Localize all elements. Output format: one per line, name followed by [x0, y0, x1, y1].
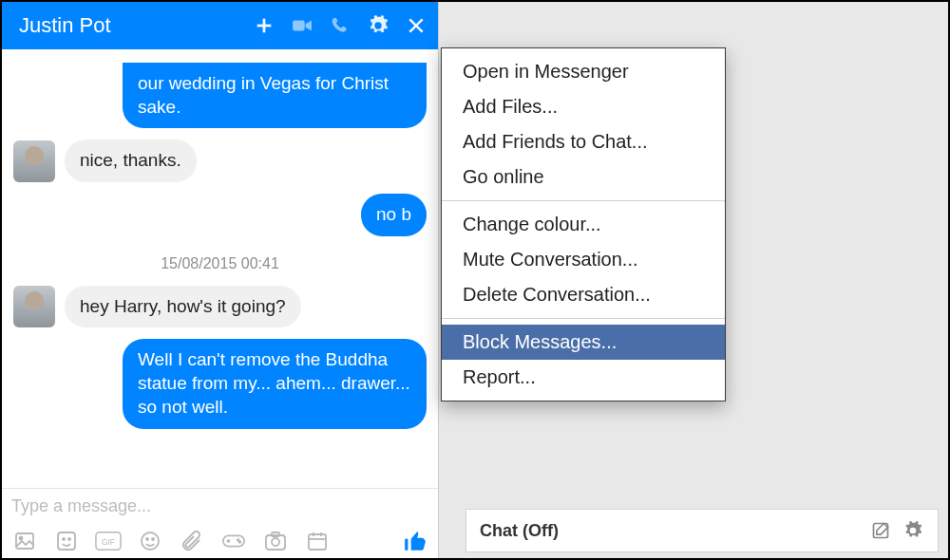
emoji-icon[interactable] [137, 528, 163, 554]
menu-go-online[interactable]: Go online [442, 159, 725, 195]
message-bubble[interactable]: hey Harry, how's it going? [65, 286, 301, 328]
like-icon[interactable] [402, 528, 428, 554]
message-bubble[interactable]: Well I can't remove the Buddha statue fr… [123, 339, 427, 428]
header-icons [254, 15, 427, 36]
message-bubble[interactable]: no b [361, 194, 427, 236]
composer-icons: GIF [2, 520, 438, 558]
add-icon[interactable] [254, 15, 275, 36]
gear-icon[interactable] [368, 15, 389, 36]
calendar-icon[interactable] [304, 528, 331, 554]
video-call-icon[interactable] [292, 15, 313, 36]
menu-block[interactable]: Block Messages... [442, 325, 725, 360]
svg-marker-3 [306, 21, 312, 31]
gear-icon[interactable] [902, 519, 924, 542]
svg-point-20 [239, 541, 241, 543]
games-icon[interactable] [220, 528, 247, 554]
svg-point-9 [63, 538, 65, 540]
chat-panel: Justin Pot our wedding in Vegas for Chri… [2, 2, 439, 558]
compose-icon[interactable] [869, 519, 892, 542]
svg-rect-6 [16, 533, 33, 549]
options-menu: Open in Messenger Add Files... Add Frien… [441, 47, 726, 401]
message-sent: our wedding in Vegas for Christ sake. [13, 63, 427, 128]
menu-change-colour[interactable]: Change colour... [442, 207, 725, 242]
message-input[interactable] [11, 496, 428, 516]
close-icon[interactable] [406, 15, 427, 36]
svg-rect-24 [309, 534, 326, 550]
contact-name[interactable]: Justin Pot [19, 13, 254, 38]
timestamp: 15/08/2015 00:41 [13, 255, 427, 272]
svg-point-10 [68, 538, 70, 540]
photo-icon[interactable] [11, 528, 38, 554]
menu-mute[interactable]: Mute Conversation... [442, 242, 725, 277]
menu-separator [442, 200, 725, 201]
message-sent: no b [13, 194, 427, 236]
svg-point-13 [142, 532, 159, 550]
voice-call-icon[interactable] [330, 15, 351, 36]
svg-point-22 [272, 538, 279, 546]
menu-open-messenger[interactable]: Open in Messenger [442, 54, 725, 89]
messages-area: our wedding in Vegas for Christ sake. ni… [2, 49, 438, 488]
camera-icon[interactable] [262, 528, 289, 554]
menu-delete[interactable]: Delete Conversation... [442, 277, 725, 312]
sticker-icon[interactable] [53, 528, 80, 554]
message-received: nice, thanks. [13, 140, 427, 182]
menu-add-files[interactable]: Add Files... [442, 89, 725, 124]
svg-point-7 [20, 537, 23, 540]
chat-off-bar[interactable]: Chat (Off) [466, 509, 939, 552]
message-received: hey Harry, how's it going? [13, 286, 427, 328]
menu-add-friends[interactable]: Add Friends to Chat... [442, 124, 725, 159]
chat-off-label: Chat (Off) [480, 521, 869, 541]
composer [2, 488, 438, 520]
menu-report[interactable]: Report... [442, 360, 725, 395]
svg-point-14 [146, 538, 148, 540]
avatar[interactable] [13, 140, 55, 182]
svg-text:GIF: GIF [102, 537, 115, 547]
svg-rect-8 [58, 532, 75, 550]
message-sent: Well I can't remove the Buddha statue fr… [13, 339, 427, 428]
menu-separator [442, 318, 725, 319]
avatar[interactable] [13, 286, 55, 327]
gif-icon[interactable]: GIF [95, 528, 122, 554]
message-bubble[interactable]: our wedding in Vegas for Christ sake. [123, 63, 427, 128]
svg-rect-23 [272, 532, 279, 536]
svg-rect-2 [293, 21, 305, 31]
chat-header: Justin Pot [2, 2, 438, 49]
svg-point-15 [152, 538, 154, 540]
message-bubble[interactable]: nice, thanks. [65, 140, 197, 182]
attachment-icon[interactable] [179, 528, 205, 554]
